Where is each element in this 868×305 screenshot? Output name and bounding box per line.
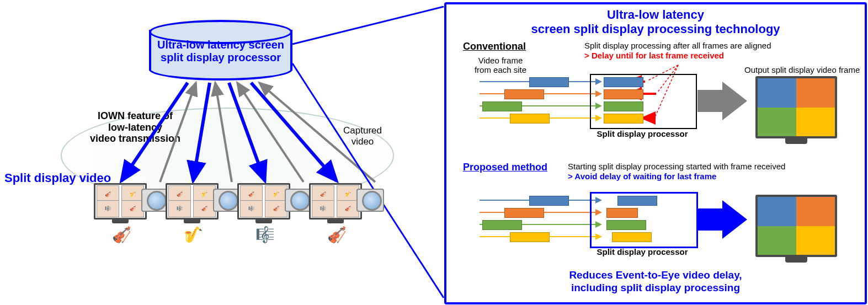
performer-icon: 🎷 — [177, 227, 210, 243]
proposed-heading: Proposed method — [463, 162, 547, 173]
monitor-icon: 🎻🎷🎼🎻 — [166, 183, 219, 220]
pframe-blue-in — [617, 196, 657, 206]
frame-blue-in — [604, 77, 643, 87]
svg-marker-20 — [697, 82, 747, 120]
pframe-blue — [529, 196, 569, 206]
prop-note2: > Avoid delay of waiting for last frame — [568, 172, 716, 181]
conv-output-label: Output split display video frame — [744, 65, 860, 74]
camera-icon — [360, 188, 383, 211]
monitor-icon: 🎻🎷🎼🎻 — [94, 183, 147, 220]
prop-output-monitor — [755, 195, 837, 257]
pframe-yellow — [510, 232, 550, 242]
frame-orange-in — [604, 89, 643, 99]
conv-output-monitor — [755, 76, 837, 138]
frame-green-in — [604, 101, 643, 111]
conv-sdp-label: Split display processor — [590, 129, 695, 138]
conv-note1: Split display processing after all frame… — [584, 41, 771, 50]
performer-icon: 🎻 — [105, 227, 138, 243]
frame-blue — [529, 77, 569, 87]
pframe-yellow-in — [612, 232, 652, 242]
panel-title: Ultra-low latency screen split display p… — [446, 8, 865, 37]
frame-orange — [504, 89, 544, 99]
svg-line-8 — [292, 7, 444, 44]
processor-label: Ultra-low latency screen split display p… — [149, 39, 292, 64]
diagram-root: Ultra-low latency screen split display p… — [0, 0, 868, 305]
frame-green — [482, 101, 522, 111]
iown-label: IOWN feature of low-latency video transm… — [77, 110, 193, 145]
panel-bottom: Reduces Event-to-Eye video delay, includ… — [446, 269, 865, 295]
performer-icon: 🎻 — [320, 227, 353, 243]
processor-cylinder: Ultra-low latency screen split display p… — [149, 20, 292, 81]
performer-icon: 🎼 — [248, 227, 281, 243]
camera-icon — [145, 188, 168, 211]
conv-note2: > Delay until for last frame received — [584, 51, 724, 60]
pframe-green — [482, 220, 522, 230]
pframe-orange-in — [606, 208, 638, 218]
monitor-icon: 🎻🎷🎼🎻 — [309, 183, 362, 220]
captured-video-label: Captured video — [338, 125, 387, 147]
conv-left-label: Video frame from each site — [467, 56, 534, 74]
camera-icon — [288, 188, 311, 211]
explanation-panel: Ultra-low latency screen split display p… — [444, 2, 867, 304]
monitor-icon: 🎻🎷🎼🎻 — [237, 183, 290, 220]
frame-yellow — [510, 114, 550, 124]
conventional-heading: Conventional — [463, 41, 526, 52]
svg-marker-25 — [697, 200, 747, 239]
prop-note1: Starting split display processing starte… — [568, 162, 785, 171]
prop-sdp-label: Split display processor — [590, 247, 695, 256]
frame-yellow-in — [604, 114, 643, 124]
pframe-orange — [504, 208, 544, 218]
camera-icon — [216, 188, 239, 211]
pframe-green-in — [606, 220, 646, 230]
